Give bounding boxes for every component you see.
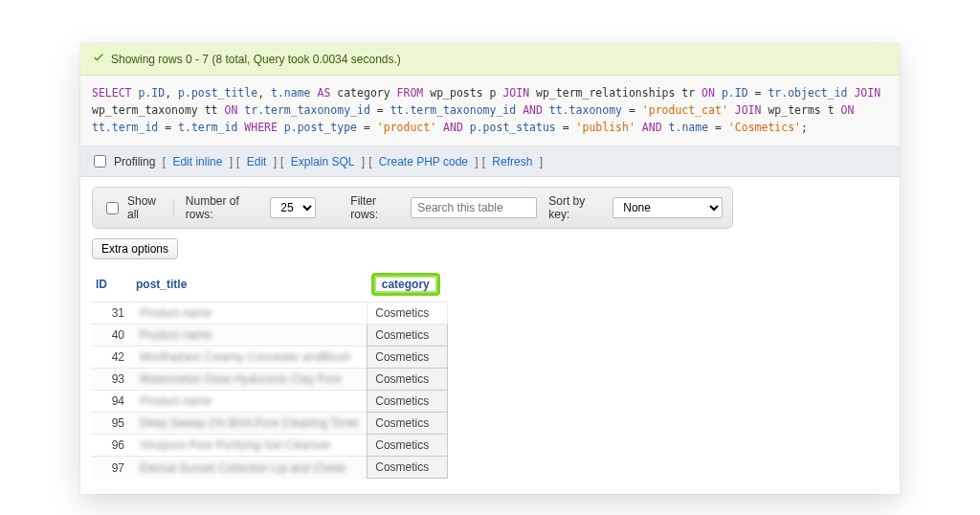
check-icon xyxy=(92,51,105,67)
success-message: Showing rows 0 - 7 (8 total, Query took … xyxy=(111,53,401,66)
create-php-link[interactable]: Create PHP code xyxy=(379,155,468,168)
cell-id: 94 xyxy=(92,391,132,413)
table-controls-bar: Show all Number of rows: 25 Filter rows:… xyxy=(92,187,733,229)
cell-category: Cosmetics xyxy=(368,391,448,413)
profiling-label: Profiling xyxy=(114,155,155,168)
sortkey-select[interactable]: None xyxy=(612,197,723,218)
explain-sql-link[interactable]: Explain SQL xyxy=(291,155,355,168)
table-row[interactable]: 97Eternal Sunset Collection Lip and Chee… xyxy=(92,457,448,479)
cell-post-title: Product name xyxy=(132,391,368,413)
refresh-link[interactable]: Refresh xyxy=(492,155,532,168)
cell-post-title: Deep Sweep 2% BHA Pore Cleaning Toner xyxy=(132,413,368,435)
cell-id: 42 xyxy=(92,347,132,369)
cell-id: 31 xyxy=(92,302,132,325)
cell-category: Cosmetics xyxy=(368,457,448,479)
cell-post-title: MiniRadiant Creamy Concealer andBlush xyxy=(132,347,368,369)
cell-category: Cosmetics xyxy=(368,369,448,391)
cell-post-title: Watermelon Glow Hyaluronic Clay Pore xyxy=(132,369,368,391)
cell-post-title: Product name xyxy=(132,325,368,347)
cell-category: Cosmetics xyxy=(368,413,448,435)
cell-post-title: Vinopure Pore Purifying Gel Cleanser xyxy=(132,435,368,457)
results-table: ID post_title category 31Product nameCos… xyxy=(92,267,448,479)
col-header-id[interactable]: ID xyxy=(92,267,132,302)
success-banner: Showing rows 0 - 7 (8 total, Query took … xyxy=(80,43,900,76)
cell-post-title: Eternal Sunset Collection Lip and Cheek xyxy=(132,457,368,479)
cell-id: 97 xyxy=(92,457,132,479)
extra-options-button[interactable]: Extra options xyxy=(92,238,178,259)
col-header-category[interactable]: category xyxy=(368,267,448,302)
table-row[interactable]: 40Product nameCosmetics xyxy=(92,325,448,347)
cell-category: Cosmetics xyxy=(368,347,448,369)
numrows-label: Number of rows: xyxy=(186,194,258,221)
cell-category: Cosmetics xyxy=(368,302,448,325)
cell-id: 96 xyxy=(92,435,132,457)
cell-category: Cosmetics xyxy=(368,325,448,347)
query-action-bar: Profiling [ Edit inline ] [ Edit ] [ Exp… xyxy=(80,146,900,177)
col-header-post-title[interactable]: post_title xyxy=(132,267,368,302)
filter-rows-input[interactable] xyxy=(411,197,537,218)
table-row[interactable]: 42MiniRadiant Creamy Concealer andBlushC… xyxy=(92,347,448,369)
cell-category: Cosmetics xyxy=(368,435,448,457)
table-row[interactable]: 96Vinopure Pore Purifying Gel CleanserCo… xyxy=(92,435,448,457)
sortkey-label: Sort by key: xyxy=(548,194,601,221)
filter-label: Filter rows: xyxy=(350,194,399,221)
cell-post-title: Product name xyxy=(132,302,368,325)
edit-inline-link[interactable]: Edit inline xyxy=(172,155,222,168)
show-all-label: Show all xyxy=(127,194,162,221)
table-row[interactable]: 94Product nameCosmetics xyxy=(92,391,448,413)
table-row[interactable]: 93Watermelon Glow Hyaluronic Clay PoreCo… xyxy=(92,369,448,391)
numrows-select[interactable]: 25 xyxy=(270,197,316,218)
cell-id: 93 xyxy=(92,369,132,391)
cell-id: 40 xyxy=(92,325,132,347)
table-row[interactable]: 95Deep Sweep 2% BHA Pore Cleaning TonerC… xyxy=(92,413,448,435)
show-all-checkbox[interactable] xyxy=(106,202,119,214)
query-result-card: Showing rows 0 - 7 (8 total, Query took … xyxy=(80,43,900,494)
sql-query-display: SELECT p.ID, p.post_title, t.name AS cat… xyxy=(80,76,900,146)
edit-link[interactable]: Edit xyxy=(247,155,267,168)
cell-id: 95 xyxy=(92,413,132,435)
table-row[interactable]: 31Product nameCosmetics xyxy=(92,302,448,325)
profiling-checkbox[interactable] xyxy=(94,155,106,168)
show-all-control[interactable]: Show all xyxy=(102,194,162,221)
